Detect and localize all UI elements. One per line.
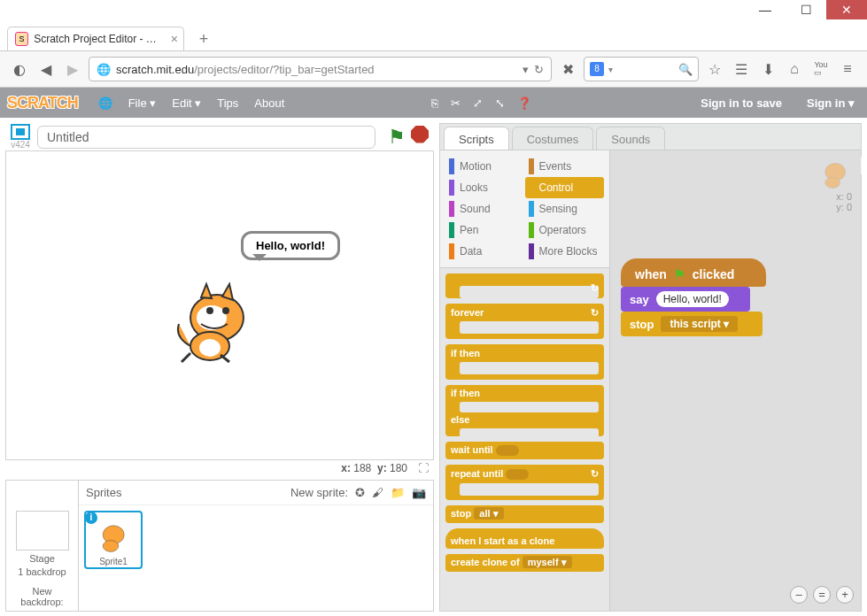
block-forever[interactable]: forever↻ (445, 304, 604, 339)
zoom-controls: – = + (790, 586, 854, 604)
category-sensing[interactable]: Sensing (525, 198, 605, 219)
choose-sprite-icon[interactable]: ✪ (355, 486, 365, 499)
reload-icon[interactable]: ↻ (534, 63, 544, 76)
window-minimize[interactable]: — (745, 0, 786, 19)
sidebar-icon[interactable]: ◐ (9, 58, 30, 80)
google-icon: 8 (590, 62, 604, 76)
block-say[interactable]: say Hello, world! (621, 287, 750, 312)
category-events[interactable]: Events (525, 156, 605, 177)
category-more-blocks[interactable]: More Blocks (525, 241, 605, 262)
globe-icon: 🌐 (97, 63, 111, 76)
youtube-icon[interactable]: You▭ (810, 58, 832, 80)
help-icon[interactable]: ❓ (517, 96, 531, 110)
back-button[interactable]: ◀ (35, 58, 57, 80)
browser-toolbar: ◐ ◀ ▶ 🌐 scratch.mit.edu/projects/editor/… (0, 50, 867, 87)
url-path: /projects/editor/?tip_bar=getStarted (194, 63, 374, 76)
browser-tab[interactable]: S Scratch Project Editor - Im... × (7, 27, 184, 50)
list-icon[interactable]: ☰ (731, 58, 752, 80)
sprites-body: i Sprite1 (79, 505, 433, 574)
tab-sounds[interactable]: Sounds (596, 127, 665, 150)
paint-sprite-icon[interactable]: 🖌 (372, 486, 383, 499)
block-when-flag-clicked[interactable]: when ⚑ clicked (621, 258, 766, 287)
menu-tips[interactable]: Tips (209, 96, 246, 110)
category-swatch (449, 201, 454, 217)
script-area[interactable]: x: 0 y: 0 when ⚑ clicked say Hello, worl… (610, 150, 861, 611)
stop-dropdown[interactable]: this script ▾ (661, 316, 738, 332)
shrink-icon[interactable]: ⤡ (495, 96, 505, 110)
scratch-favicon: S (15, 32, 28, 46)
category-swatch (529, 201, 534, 217)
duplicate-icon[interactable]: ⎘ (431, 96, 438, 110)
chevron-down-icon[interactable]: ▾ (608, 65, 613, 74)
delete-icon[interactable]: ✂ (451, 96, 461, 110)
stage[interactable]: Hello, world! (5, 150, 434, 460)
category-label: Events (539, 160, 572, 173)
sign-in[interactable]: Sign in ▾ (794, 96, 867, 110)
zoom-in[interactable]: + (836, 586, 854, 604)
blocks-palette: MotionEventsLooksControlSoundSensingPenO… (440, 150, 610, 611)
block-stop[interactable]: stop all ▾ (445, 505, 604, 523)
script-sprite-info: x: 0 y: 0 (818, 156, 852, 212)
block-if-then[interactable]: if then (445, 344, 604, 380)
home-icon[interactable]: ⌂ (784, 58, 805, 80)
fullscreen-icon[interactable]: ⛶ (418, 462, 429, 474)
zoom-out[interactable]: – (790, 586, 808, 604)
sprite-item[interactable]: i Sprite1 (84, 511, 143, 569)
category-label: Motion (460, 160, 492, 173)
category-control[interactable]: Control (525, 177, 605, 198)
camera-sprite-icon[interactable]: 📷 (412, 486, 426, 499)
scratch-logo[interactable]: SCRATCH (7, 94, 78, 112)
tab-scripts[interactable]: Scripts (444, 127, 509, 150)
stop-button[interactable] (411, 126, 429, 143)
category-grid: MotionEventsLooksControlSoundSensingPenO… (440, 150, 609, 268)
category-data[interactable]: Data (445, 241, 525, 262)
menu-about[interactable]: About (246, 96, 292, 110)
category-operators[interactable]: Operators (525, 219, 605, 241)
dropdown-icon[interactable]: ▾ (523, 63, 529, 76)
search-box[interactable]: 8 ▾ 🔍 (584, 57, 699, 81)
block-stop-script[interactable]: stop this script ▾ (621, 312, 762, 336)
tab-costumes[interactable]: Costumes (512, 127, 594, 150)
upload-sprite-icon[interactable]: 📁 (391, 486, 405, 499)
category-looks[interactable]: Looks (445, 177, 525, 198)
block-create-clone[interactable]: create clone of myself ▾ (445, 554, 604, 572)
project-title-input[interactable] (37, 126, 375, 149)
star-icon[interactable]: ☆ (704, 58, 725, 80)
download-icon[interactable]: ⬇ (757, 58, 778, 80)
sign-in-to-save[interactable]: Sign in to save (688, 96, 794, 110)
say-value[interactable]: Hello, world! (656, 291, 729, 307)
zoom-reset[interactable]: = (813, 586, 831, 604)
menu-icon[interactable]: ≡ (837, 58, 858, 80)
tab-close[interactable]: × (171, 32, 178, 46)
url-bar[interactable]: 🌐 scratch.mit.edu/projects/editor/?tip_b… (89, 57, 552, 81)
window-maximize[interactable]: ☐ (786, 0, 826, 19)
block-start-clone[interactable]: when I start as a clone (445, 528, 604, 549)
green-flag-button[interactable]: ⚑ (388, 126, 406, 149)
script-stack[interactable]: when ⚑ clicked say Hello, world! stop th… (621, 258, 766, 336)
block-repeat-until[interactable]: repeat until ↻ (445, 465, 604, 500)
xmarks-icon[interactable]: ✖ (557, 58, 578, 80)
stage-thumbnail-column: Stage 1 backdrop New backdrop: (6, 481, 79, 611)
category-swatch (449, 180, 454, 196)
grow-icon[interactable]: ⤢ (473, 96, 483, 110)
window-close[interactable]: ✕ (826, 0, 867, 19)
stage-thumbnail[interactable] (16, 511, 69, 551)
category-sound[interactable]: Sound (445, 198, 525, 219)
category-pen[interactable]: Pen (445, 219, 525, 241)
search-icon[interactable]: 🔍 (678, 63, 693, 76)
menu-file[interactable]: File ▾ (120, 96, 165, 110)
editor-column: Scripts Costumes Sounds ? MotionEventsLo… (439, 123, 862, 612)
block-wait-until[interactable]: wait until (445, 442, 604, 459)
forward-button[interactable]: ▶ (62, 58, 83, 80)
svg-point-7 (103, 541, 119, 552)
new-tab-button[interactable]: + (193, 30, 214, 50)
stage-label: Stage (29, 553, 55, 564)
category-motion[interactable]: Motion (445, 156, 525, 177)
cat-sprite[interactable] (174, 275, 259, 364)
block-if-then-else[interactable]: if then else (445, 385, 604, 436)
fullscreen-stage-icon[interactable] (11, 124, 30, 140)
sprite-info-button[interactable]: i (85, 512, 97, 524)
sprite-name: Sprite1 (86, 557, 141, 566)
menu-edit[interactable]: Edit ▾ (164, 96, 209, 110)
globe-icon[interactable]: 🌐 (90, 96, 120, 110)
